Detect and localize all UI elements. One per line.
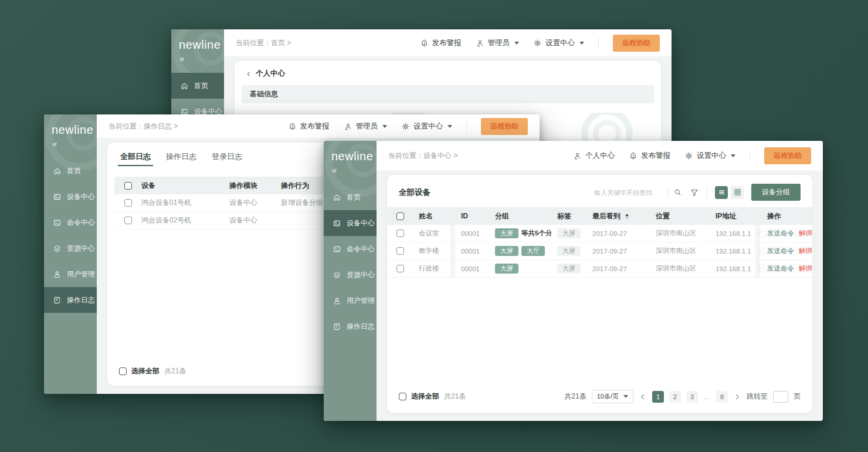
next-page-button[interactable] bbox=[733, 393, 741, 401]
cell-tag: 大屏 bbox=[551, 246, 586, 256]
page-number[interactable]: 2 bbox=[669, 391, 681, 403]
group-badge: 大屏 bbox=[495, 264, 518, 274]
unbind-link[interactable]: 解绑 bbox=[799, 247, 812, 255]
table-row[interactable]: 行政楼 00001 大屏 大屏 2017-09-27 深圳市南山区 192.16… bbox=[387, 260, 812, 278]
group-badge: 大屏 bbox=[495, 228, 518, 238]
log-icon bbox=[333, 322, 341, 331]
grid-view-button[interactable] bbox=[731, 186, 744, 199]
search-box bbox=[594, 187, 682, 198]
list-view-button[interactable] bbox=[715, 186, 728, 199]
unbind-link[interactable]: 解绑 bbox=[799, 264, 812, 273]
sidebar-item-home[interactable]: 首页 bbox=[44, 158, 97, 184]
row-checkbox[interactable] bbox=[396, 230, 404, 237]
select-all-checkbox[interactable] bbox=[399, 393, 406, 400]
admin-menu[interactable]: 管理员 bbox=[344, 122, 388, 131]
publish-alert-button[interactable]: 发布警报 bbox=[629, 151, 670, 161]
cell-location: 深圳市南山区 bbox=[650, 247, 710, 255]
table-row[interactable]: 会议室 00001 大屏 等共5个分组 大屏 2017-09-27 深圳市南山区… bbox=[387, 225, 812, 242]
sidebar-item-device-center[interactable]: 设备中心 bbox=[324, 210, 377, 236]
column-gap bbox=[755, 242, 760, 259]
publish-alert-button[interactable]: 发布警报 bbox=[288, 122, 330, 131]
cell-id: 00001 bbox=[455, 248, 489, 255]
device-group-button[interactable]: 设备分组 bbox=[751, 184, 801, 201]
group-badge: 大屏 bbox=[495, 246, 518, 256]
send-command-link[interactable]: 发送命令 bbox=[767, 229, 794, 238]
tab-login-logs[interactable]: 登录日志 bbox=[212, 151, 242, 166]
sidebar-item-command-center[interactable]: 命令中心 bbox=[44, 210, 97, 235]
search-input[interactable] bbox=[594, 189, 663, 196]
sidebar-item-command-center[interactable]: 命令中心 bbox=[324, 236, 377, 262]
jump-label: 跳转至 bbox=[747, 392, 768, 402]
page-title: 全部设备 bbox=[399, 187, 430, 198]
search-icon[interactable] bbox=[673, 188, 682, 197]
group-more-dropdown[interactable]: 等共5个分组 bbox=[521, 229, 551, 238]
tag-badge: 大屏 bbox=[557, 228, 581, 238]
cell-tag: 大屏 bbox=[551, 264, 586, 274]
sidebar-item-label: 命令中心 bbox=[347, 244, 375, 254]
app-logo: newline bbox=[44, 114, 97, 137]
sidebar-item-home[interactable]: 首页 bbox=[171, 73, 224, 99]
sidebar-item-device-center[interactable]: 设备中心 bbox=[44, 184, 97, 210]
sidebar-collapse-button[interactable]: « bbox=[171, 52, 224, 63]
pagination-total: 共21条 bbox=[564, 392, 586, 402]
page-number[interactable]: 1 bbox=[652, 391, 664, 403]
col-last-seen: 最后看到 bbox=[586, 211, 650, 221]
select-all-checkbox[interactable] bbox=[396, 212, 404, 220]
sidebar-item-label: 设备中心 bbox=[67, 192, 95, 202]
row-checkbox[interactable] bbox=[124, 199, 132, 207]
command-icon bbox=[53, 218, 62, 227]
cell-location: 深圳市南山区 bbox=[650, 229, 710, 238]
sidebar-item-resource-center[interactable]: 资源中心 bbox=[324, 262, 377, 288]
table-header-row: 姓名 ID 分组 标签 最后看到 位置 IP地址 操作 bbox=[387, 207, 812, 225]
divider bbox=[750, 150, 750, 161]
filter-icon[interactable] bbox=[690, 188, 699, 197]
bell-icon bbox=[420, 39, 429, 48]
sidebar-item-operation-log[interactable]: 操作日志 bbox=[44, 287, 97, 313]
row-checkbox[interactable] bbox=[396, 247, 404, 255]
sidebar-item-label: 操作日志 bbox=[347, 322, 375, 332]
sidebar-item-user-management[interactable]: 用户管理 bbox=[44, 261, 97, 287]
page-number[interactable]: 8 bbox=[716, 391, 728, 403]
publish-alert-button[interactable]: 发布警报 bbox=[420, 38, 462, 48]
admin-menu[interactable]: 管理员 bbox=[476, 38, 520, 48]
settings-center-menu[interactable]: 设置中心 bbox=[533, 38, 584, 48]
tab-operation-logs[interactable]: 操作日志 bbox=[166, 151, 196, 166]
settings-center-menu[interactable]: 设置中心 bbox=[401, 122, 452, 131]
col-name: 姓名 bbox=[413, 211, 450, 221]
page-size-select[interactable]: 10条/页 bbox=[592, 390, 633, 403]
sidebar-item-user-management[interactable]: 用户管理 bbox=[324, 288, 377, 313]
row-checkbox[interactable] bbox=[396, 265, 404, 272]
unbind-link[interactable]: 解绑 bbox=[799, 229, 812, 238]
sort-icon[interactable] bbox=[625, 214, 629, 219]
col-module: 操作模块 bbox=[229, 181, 281, 191]
prev-page-button[interactable] bbox=[639, 393, 647, 401]
sidebar-collapse-button[interactable]: « bbox=[324, 163, 377, 175]
sidebar-item-resource-center[interactable]: 资源中心 bbox=[44, 235, 97, 261]
jump-page-input[interactable] bbox=[773, 391, 788, 403]
settings-center-menu[interactable]: 设置中心 bbox=[684, 151, 735, 161]
back-link[interactable]: 个人中心 bbox=[235, 61, 661, 85]
divider bbox=[668, 187, 669, 198]
remote-assist-button[interactable]: 远程协助 bbox=[764, 147, 811, 164]
cell-name: 教学楼 bbox=[413, 247, 450, 255]
sidebar-item-home[interactable]: 首页 bbox=[324, 184, 377, 210]
table-row[interactable]: 教学楼 00001 大屏 大厅 大屏 2017-09-27 深圳市南山区 192… bbox=[387, 242, 812, 260]
select-all-checkbox[interactable] bbox=[124, 182, 132, 190]
remote-assist-button[interactable]: 远程协助 bbox=[613, 35, 660, 52]
remote-assist-button[interactable]: 远程协助 bbox=[481, 118, 528, 135]
sidebar-item-label: 设备中心 bbox=[347, 218, 375, 228]
personal-center-button[interactable]: 个人中心 bbox=[573, 151, 615, 161]
send-command-link[interactable]: 发送命令 bbox=[767, 264, 794, 273]
sidebar-item-operation-log[interactable]: 操作日志 bbox=[324, 313, 377, 339]
topbar: 当前位置：设备中心 > 个人中心 发布警报 设置中心 远程协助 bbox=[377, 141, 823, 170]
sidebar-collapse-button[interactable]: « bbox=[44, 137, 97, 149]
gear-icon bbox=[401, 122, 410, 131]
select-all-checkbox[interactable] bbox=[119, 367, 127, 375]
page-number[interactable]: 3 bbox=[686, 391, 698, 403]
window-device-center: newline « 首页 设备中心 命令中心 资源中心 用户管理 操作日志 当前… bbox=[324, 141, 823, 421]
row-checkbox[interactable] bbox=[124, 217, 132, 224]
send-command-link[interactable]: 发送命令 bbox=[767, 247, 794, 255]
tab-all-logs[interactable]: 全部日志 bbox=[120, 151, 151, 166]
col-group: 分组 bbox=[489, 211, 551, 221]
gear-icon bbox=[533, 39, 542, 48]
